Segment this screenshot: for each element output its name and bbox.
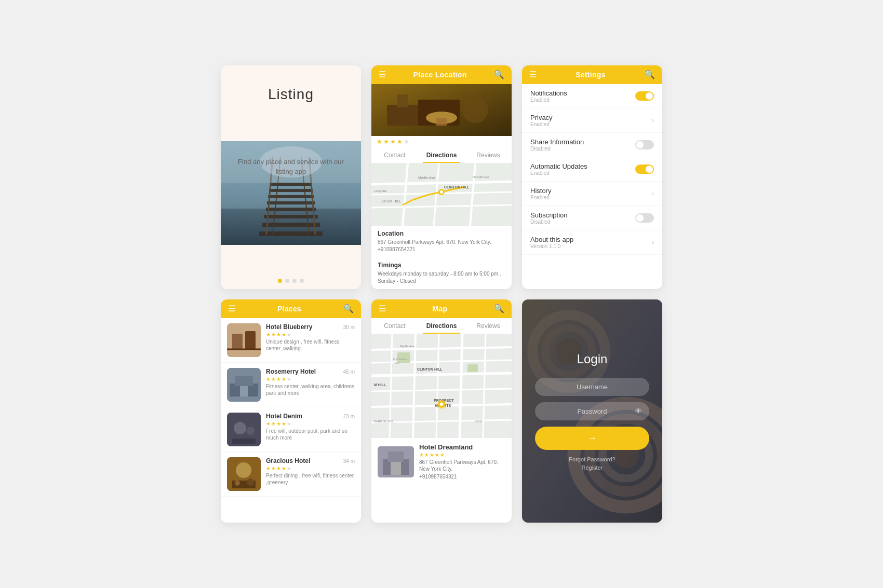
tab-directions[interactable]: Directions bbox=[418, 147, 465, 163]
rosemerry-info: Rosemerry Hotel 45 m ★ ★ ★ ★ ★ Fitness c… bbox=[266, 368, 355, 396]
blueberry-info: Hotel Blueberry 30 m ★ ★ ★ ★ ★ Unique de… bbox=[266, 323, 355, 352]
listing-hero-image: Find any place and service with our list… bbox=[221, 141, 361, 245]
place-map-svg: Myrtle Ave CLINTON HILL ERUM HILL DeKalb… bbox=[371, 163, 512, 226]
hotel-dreamland-addr: 867 Greenholt Parkways Apt. 670. New Yor… bbox=[419, 459, 505, 472]
share-info-toggle[interactable] bbox=[635, 140, 654, 149]
dot-2 bbox=[285, 279, 289, 283]
places-topbar: ☰ Places 🔍 bbox=[221, 299, 361, 318]
rosemerry-img bbox=[227, 368, 261, 402]
svg-rect-4 bbox=[268, 195, 314, 198]
settings-item-share-info: Share Information Disabled bbox=[522, 133, 662, 157]
big-map-area: Myrtle Ave CLINTON HILL M HILL PROSPECT … bbox=[371, 334, 512, 438]
blueberry-desc: Unique design , free wifi, fitness cente… bbox=[266, 338, 355, 352]
denim-name: Hotel Denim bbox=[266, 413, 302, 420]
gracious-info: Gracious Hotel 34 m ★ ★ ★ ★ ★ Perfect di… bbox=[266, 457, 355, 486]
svg-point-20 bbox=[462, 97, 488, 123]
settings-item-auto-updates: Automatic Updates Enabled bbox=[522, 157, 662, 182]
map-title: Map bbox=[433, 305, 448, 313]
svg-text:PARK SLOPE: PARK SLOPE bbox=[374, 420, 394, 423]
place-location-topbar: ☰ Place Location 🔍 bbox=[371, 65, 512, 84]
settings-search-icon[interactable]: 🔍 bbox=[645, 71, 655, 79]
svg-rect-83 bbox=[391, 462, 401, 475]
login-links: Forgot Password? Register bbox=[569, 456, 615, 471]
map-tab-reviews[interactable]: Reviews bbox=[465, 318, 512, 334]
settings-item-history[interactable]: History Enabled › bbox=[522, 182, 662, 206]
rosemerry-thumb bbox=[227, 368, 261, 402]
settings-card: ☰ Settings 🔍 Notifications Enabled Priva… bbox=[522, 65, 662, 289]
blueberry-dist: 30 m bbox=[343, 324, 355, 330]
register-link[interactable]: Register bbox=[582, 464, 603, 471]
eye-icon: 👁 bbox=[635, 407, 642, 415]
map-menu-icon[interactable]: ☰ bbox=[379, 305, 386, 313]
notifications-sub: Enabled bbox=[530, 97, 567, 103]
gracious-name: Gracious Hotel bbox=[266, 457, 310, 464]
listing-description: Find any place and service with our list… bbox=[236, 157, 345, 177]
blueberry-thumb bbox=[227, 323, 261, 357]
pagination-dots bbox=[278, 272, 304, 289]
place-item-denim[interactable]: Hotel Denim 23 m ★ ★ ★ ★ ★ Free wifi, ou… bbox=[221, 407, 361, 452]
password-input[interactable] bbox=[535, 402, 649, 420]
about-sub: Version 1.1.0 bbox=[530, 243, 573, 249]
map-tab-contact[interactable]: Contact bbox=[371, 318, 418, 334]
timings-info: Timings Weekdays monday to saturday - 8:… bbox=[371, 257, 512, 289]
map-card: ☰ Map 🔍 Contact Directions Reviews bbox=[371, 299, 512, 523]
svg-rect-43 bbox=[235, 376, 253, 386]
svg-rect-37 bbox=[227, 323, 261, 357]
settings-menu-icon[interactable]: ☰ bbox=[529, 71, 537, 79]
star-2: ★ bbox=[383, 138, 389, 145]
settings-item-privacy[interactable]: Privacy Enabled › bbox=[522, 108, 662, 133]
svg-point-31 bbox=[440, 190, 443, 194]
login-arrow: → bbox=[587, 433, 597, 444]
forgot-password-link[interactable]: Forgot Password? bbox=[569, 456, 615, 462]
history-chevron: › bbox=[652, 190, 654, 197]
svg-rect-2 bbox=[270, 183, 312, 186]
place-item-blueberry[interactable]: Hotel Blueberry 30 m ★ ★ ★ ★ ★ Unique de… bbox=[221, 318, 361, 363]
hotel-dreamland-phone: +910987654321 bbox=[419, 473, 505, 480]
place-item-gracious[interactable]: Gracious Hotel 34 m ★ ★ ★ ★ ★ Perfect di… bbox=[221, 452, 361, 497]
auto-updates-sub: Enabled bbox=[530, 170, 587, 176]
username-input[interactable] bbox=[535, 378, 649, 396]
svg-rect-5 bbox=[267, 201, 315, 204]
map-tab-directions[interactable]: Directions bbox=[418, 318, 465, 334]
star-4: ★ bbox=[397, 138, 403, 145]
rosemerry-dist: 45 m bbox=[343, 369, 355, 375]
places-search-icon[interactable]: 🔍 bbox=[343, 305, 354, 313]
map-hotel-info: Hotel Dreamland ★ ★ ★ ★ ★ 867 Greenholt … bbox=[371, 438, 512, 485]
history-title: History bbox=[530, 187, 551, 195]
gracious-dist: 34 m bbox=[343, 458, 355, 464]
auto-updates-toggle[interactable] bbox=[635, 165, 654, 174]
login-button[interactable]: → bbox=[535, 427, 649, 450]
notifications-toggle[interactable] bbox=[635, 91, 654, 101]
svg-text:CLINTON HILL: CLINTON HILL bbox=[417, 367, 443, 371]
svg-rect-44 bbox=[240, 386, 248, 396]
subscription-toggle[interactable] bbox=[635, 213, 654, 223]
login-title: Login bbox=[577, 352, 608, 366]
gracious-stars: ★ ★ ★ ★ ★ bbox=[266, 466, 355, 471]
menu-icon[interactable]: ☰ bbox=[379, 71, 386, 79]
hotel-dreamland-name: Hotel Dreamland bbox=[419, 443, 505, 451]
svg-point-53 bbox=[247, 478, 254, 486]
app-grid: Listing Find any place and service with … bbox=[221, 65, 662, 523]
place-item-rosemerry[interactable]: Rosemerry Hotel 45 m ★ ★ ★ ★ ★ Fitness c… bbox=[221, 363, 361, 407]
login-content: Login 👁 → Forgot Password? Register bbox=[522, 336, 662, 486]
settings-item-about[interactable]: About this app Version 1.1.0 › bbox=[522, 230, 662, 255]
svg-rect-7 bbox=[264, 215, 318, 218]
subscription-title: Subscription bbox=[530, 211, 568, 219]
map-search-icon[interactable]: 🔍 bbox=[494, 305, 504, 313]
places-menu-icon[interactable]: ☰ bbox=[228, 305, 235, 313]
places-card: ☰ Places 🔍 Hotel Blueberry 30 m ★ bbox=[221, 299, 361, 523]
login-card: Login 👁 → Forgot Password? Register bbox=[522, 299, 662, 523]
share-info-title: Share Information bbox=[530, 138, 584, 146]
tab-reviews[interactable]: Reviews bbox=[465, 147, 512, 163]
blueberry-img bbox=[227, 323, 261, 357]
gracious-thumb bbox=[227, 457, 261, 491]
listing-description-overlay: Find any place and service with our list… bbox=[221, 157, 361, 177]
privacy-title: Privacy bbox=[530, 114, 553, 121]
tab-contact[interactable]: Contact bbox=[371, 147, 418, 163]
settings-topbar: ☰ Settings 🔍 bbox=[522, 65, 662, 84]
search-icon[interactable]: 🔍 bbox=[494, 71, 504, 79]
privacy-sub: Enabled bbox=[530, 121, 553, 127]
svg-rect-82 bbox=[388, 452, 404, 462]
listing-top: Listing bbox=[221, 65, 361, 113]
dot-4 bbox=[300, 279, 304, 283]
